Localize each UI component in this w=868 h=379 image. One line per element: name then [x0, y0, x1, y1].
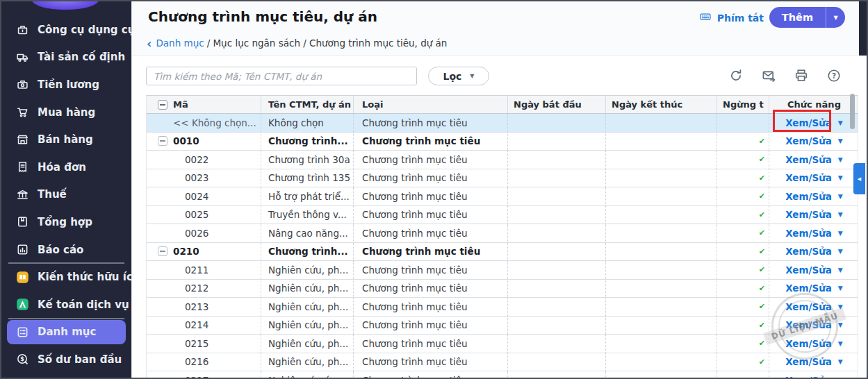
col-header-end-date[interactable]: Ngày kết thúc — [606, 96, 717, 113]
view-edit-dropdown-caret[interactable]: ▼ — [838, 119, 843, 126]
table-row[interactable]: 0215Nghiên cứu, ph...Chương trình mục ti… — [147, 335, 858, 353]
view-edit-link[interactable]: Xem/Sửa — [785, 356, 832, 367]
col-header-start-date[interactable]: Ngày bắt đầu — [508, 96, 606, 113]
row-code: 0022 — [185, 154, 208, 165]
view-edit-dropdown-caret[interactable]: ▼ — [838, 156, 843, 163]
sidebar-item-label: Bán hàng — [38, 133, 93, 146]
row-name: Nghiên cứu, ph... — [261, 280, 354, 298]
table-row[interactable]: 0024Hỗ trợ phát triể...Chương trình mục … — [147, 187, 858, 206]
view-edit-link[interactable]: Xem/Sửa — [785, 338, 832, 349]
table-row[interactable]: 0026Nâng cao năng...Chương trình mục tiê… — [147, 224, 858, 243]
view-edit-link[interactable]: Xem/Sửa — [785, 264, 832, 276]
table-row[interactable]: << Không chọn...Không chọnChương trình m… — [147, 114, 858, 133]
logo-blob — [32, 1, 99, 10]
stopped-check-icon: ✔ — [759, 357, 765, 367]
sidebar-item-danh-mục[interactable]: Danh mục — [7, 320, 126, 345]
row-end-date — [606, 224, 717, 242]
stopped-check-icon: ✔ — [759, 192, 765, 201]
add-button[interactable]: Thêm ▼ — [769, 7, 845, 28]
view-edit-link[interactable]: Xem/Sửa — [785, 191, 832, 202]
col-header-actions[interactable]: Chức năng — [769, 96, 859, 113]
print-icon[interactable] — [794, 68, 809, 83]
shortcut-button[interactable]: Phím tắt — [698, 11, 764, 24]
row-actions-cell: Xem/Sửa▼ — [769, 114, 859, 132]
col-header-code[interactable]: Mã — [173, 99, 188, 110]
table-row[interactable]: 0217Nghiên cứu ứn...Chương trình mục tiê… — [147, 371, 858, 379]
view-edit-link[interactable]: Xem/Sửa — [785, 319, 832, 330]
help-icon[interactable]: ? — [826, 68, 842, 83]
sidebar-item-bán-hàng[interactable]: Bán hàng — [1, 126, 131, 153]
row-code: 0010 — [173, 135, 199, 146]
table-row[interactable]: 0025Truyền thông v...Chương trình mục ti… — [147, 206, 858, 225]
sidebar-item-label: Danh mục — [38, 326, 96, 338]
row-code: 0025 — [185, 209, 208, 220]
view-edit-dropdown-caret[interactable]: ▼ — [838, 193, 843, 200]
back-chevron-icon[interactable]: ‹ — [147, 39, 152, 48]
table-row[interactable]: 0210Chương trình...Chương trình mục tiêu… — [147, 243, 858, 262]
table-row[interactable]: 0023Chương trình 135Chương trình mục tiê… — [147, 169, 858, 188]
accounting-service-icon — [15, 298, 29, 312]
sidebar-item-tổng-hợp[interactable]: Tổng hợp — [1, 208, 131, 236]
view-edit-dropdown-caret[interactable]: ▼ — [838, 267, 843, 273]
view-edit-dropdown-caret[interactable]: ▼ — [838, 321, 843, 328]
view-edit-dropdown-caret[interactable]: ▼ — [838, 358, 843, 365]
vertical-scrollbar-thumb[interactable] — [850, 94, 855, 129]
row-name: Không chọn — [261, 114, 354, 132]
refresh-icon[interactable] — [728, 68, 744, 83]
view-edit-link[interactable]: Xem/Sửa — [785, 154, 832, 165]
table-row[interactable]: 0010Chương trình...Chương trình mục tiêu… — [147, 133, 858, 151]
row-actions-cell: Xem/Sửa▼ — [769, 298, 859, 316]
row-collapse-toggle[interactable] — [158, 246, 167, 256]
col-header-type[interactable]: Loại — [354, 96, 508, 113]
collapse-panel-tab[interactable]: ◀ — [853, 163, 865, 194]
view-edit-link[interactable]: Xem/Sửa — [785, 135, 832, 146]
view-edit-link[interactable]: Xem/Sửa — [785, 228, 832, 239]
view-edit-dropdown-caret[interactable]: ▼ — [838, 303, 843, 310]
table-row[interactable]: 0022Chương trình 30aChương trình mục tiê… — [147, 151, 858, 169]
table-row[interactable]: 0211Nghiên cứu, ph...Chương trình mục ti… — [147, 261, 858, 280]
sidebar-item-kiến-thức-hữu-ích[interactable]: Kiến thức hữu ích — [1, 263, 131, 291]
row-actions-cell: Xem/Sửa▼ — [769, 371, 859, 379]
view-edit-link[interactable]: Xem/Sửa — [785, 117, 832, 128]
add-button-label[interactable]: Thêm — [769, 7, 826, 28]
grid-header-row: Mã Tên CTMT, dự án Loại Ngày bắt đầu Ngà… — [147, 96, 858, 114]
table-row[interactable]: 0216Nghiên cứu, ph...Chương trình mục ti… — [147, 353, 858, 372]
search-input[interactable] — [146, 67, 417, 85]
filter-caret-icon: ▼ — [470, 73, 474, 79]
sidebar-item-tiền-lương[interactable]: Tiền lương — [1, 71, 131, 99]
view-edit-link[interactable]: Xem/Sửa — [785, 246, 832, 257]
select-all-checkbox[interactable] — [158, 100, 167, 110]
view-edit-link[interactable]: Xem/Sửa — [785, 301, 832, 312]
col-header-stopped[interactable]: Ngừng t — [717, 96, 769, 113]
table-row[interactable]: 0212Nghiên cứu, ph...Chương trình mục ti… — [147, 280, 858, 298]
view-edit-dropdown-caret[interactable]: ▼ — [838, 248, 843, 255]
view-edit-link[interactable]: Xem/Sửa — [785, 172, 832, 183]
chevron-left-icon: ◀ — [858, 176, 861, 182]
sidebar-item-báo-cáo[interactable]: Báo cáo — [1, 236, 131, 264]
view-edit-dropdown-caret[interactable]: ▼ — [838, 285, 843, 292]
view-edit-dropdown-caret[interactable]: ▼ — [838, 137, 843, 144]
sidebar-item-thuế[interactable]: Thuế — [1, 181, 131, 209]
sidebar-item-kế-toán-dịch-vụ[interactable]: Kế toán dịch vụ — [1, 291, 131, 319]
view-edit-dropdown-caret[interactable]: ▼ — [838, 340, 843, 347]
row-start-date — [508, 371, 606, 379]
table-row[interactable]: 0214Nghiên cứu, ph...Chương trình mục ti… — [147, 317, 858, 335]
view-edit-link[interactable]: Xem/Sửa — [785, 375, 832, 379]
filter-button[interactable]: Lọc ▼ — [428, 67, 489, 85]
sidebar-item-công-cụ-dụng-cụ[interactable]: Công cụ dụng cụ — [1, 16, 131, 44]
breadcrumb-back-link[interactable]: Danh mục — [156, 37, 204, 49]
view-edit-dropdown-caret[interactable]: ▼ — [838, 211, 843, 218]
table-row[interactable]: 0213Nghiên cứu, ph...Chương trình mục ti… — [147, 298, 858, 317]
view-edit-link[interactable]: Xem/Sửa — [785, 209, 832, 220]
row-collapse-toggle[interactable] — [158, 136, 167, 146]
view-edit-dropdown-caret[interactable]: ▼ — [838, 230, 843, 237]
send-email-icon[interactable] — [761, 68, 776, 83]
sidebar-item-mua-hàng[interactable]: Mua hàng — [1, 99, 131, 126]
sidebar-item-hóa-đơn[interactable]: Hóa đơn — [1, 153, 131, 181]
view-edit-link[interactable]: Xem/Sửa — [785, 283, 832, 294]
sidebar-item-số-dư-ban-đầu[interactable]: $Số dư ban đầu — [1, 346, 131, 373]
col-header-name[interactable]: Tên CTMT, dự án — [261, 96, 354, 113]
sidebar-item-tài-sản-cố-định[interactable]: Tài sản cố định — [1, 44, 131, 71]
row-stopped-cell: ✔ — [717, 298, 769, 316]
view-edit-dropdown-caret[interactable]: ▼ — [838, 174, 843, 181]
